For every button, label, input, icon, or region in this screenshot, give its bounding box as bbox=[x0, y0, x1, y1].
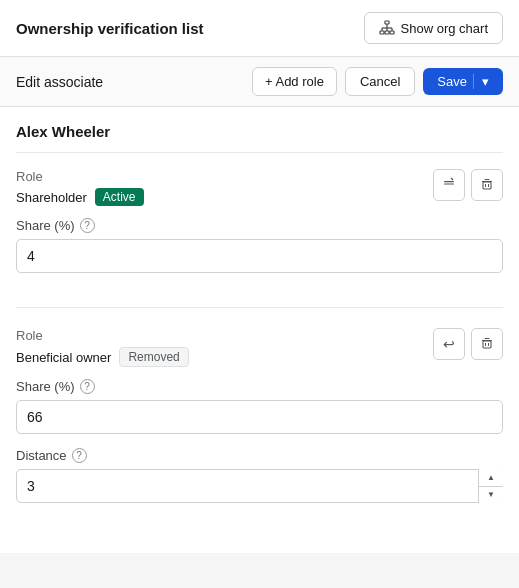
delete-icon-2 bbox=[480, 336, 494, 353]
org-chart-label: Show org chart bbox=[401, 21, 488, 36]
role-header-2: Role Beneficial owner Removed ↩ bbox=[16, 328, 503, 367]
save-button[interactable]: Save ▾ bbox=[423, 68, 503, 95]
svg-rect-13 bbox=[485, 179, 490, 180]
role-info-2: Role Beneficial owner Removed bbox=[16, 328, 189, 367]
cancel-button[interactable]: Cancel bbox=[345, 67, 415, 96]
svg-rect-19 bbox=[483, 341, 491, 348]
distance-field: Distance ? ▲ ▼ bbox=[16, 448, 503, 503]
svg-rect-1 bbox=[380, 31, 384, 34]
toolbar: Edit associate + Add role Cancel Save ▾ bbox=[0, 57, 519, 107]
delete-icon-1 bbox=[480, 177, 494, 194]
clear-icon bbox=[442, 177, 456, 194]
page-header: Ownership verification list Show org cha… bbox=[0, 0, 519, 57]
page-title: Ownership verification list bbox=[16, 20, 204, 37]
svg-rect-14 bbox=[483, 182, 491, 189]
role-section-1: Role Shareholder Active bbox=[16, 169, 503, 308]
role-section-2: Role Beneficial owner Removed ↩ bbox=[16, 328, 503, 537]
share-field-2: Share (%) ? bbox=[16, 379, 503, 434]
role-actions-1 bbox=[433, 169, 503, 201]
toolbar-label: Edit associate bbox=[16, 74, 103, 90]
org-chart-icon bbox=[379, 20, 395, 36]
role-type-2: Beneficial owner bbox=[16, 350, 111, 365]
role-label-1: Role bbox=[16, 169, 144, 184]
spinner-buttons: ▲ ▼ bbox=[478, 469, 503, 503]
svg-rect-3 bbox=[390, 31, 394, 34]
clear-role-button-1[interactable] bbox=[433, 169, 465, 201]
undo-role-button-2[interactable]: ↩ bbox=[433, 328, 465, 360]
role-info-1: Role Shareholder Active bbox=[16, 169, 144, 206]
distance-help-icon[interactable]: ? bbox=[72, 448, 87, 463]
distance-label: Distance ? bbox=[16, 448, 503, 463]
save-chevron-icon: ▾ bbox=[473, 74, 489, 89]
undo-icon: ↩ bbox=[443, 336, 455, 352]
content-area: Alex Wheeler Role Shareholder Active bbox=[0, 107, 519, 553]
role-row-1: Shareholder Active bbox=[16, 188, 144, 206]
share-field-1: Share (%) ? bbox=[16, 218, 503, 273]
role-label-2: Role bbox=[16, 328, 189, 343]
role-header-1: Role Shareholder Active bbox=[16, 169, 503, 206]
svg-rect-10 bbox=[444, 183, 454, 184]
status-badge-active: Active bbox=[95, 188, 144, 206]
svg-rect-9 bbox=[444, 181, 454, 182]
delete-role-button-1[interactable] bbox=[471, 169, 503, 201]
share-label-1: Share (%) ? bbox=[16, 218, 503, 233]
spinner-up-button[interactable]: ▲ bbox=[479, 469, 503, 487]
role-actions-2: ↩ bbox=[433, 328, 503, 360]
associate-name: Alex Wheeler bbox=[16, 123, 503, 153]
svg-rect-0 bbox=[385, 21, 389, 24]
toolbar-actions: + Add role Cancel Save ▾ bbox=[252, 67, 503, 96]
share-label-2: Share (%) ? bbox=[16, 379, 503, 394]
distance-input-wrap: ▲ ▼ bbox=[16, 469, 503, 503]
spinner-down-button[interactable]: ▼ bbox=[479, 487, 503, 504]
svg-rect-2 bbox=[385, 31, 389, 34]
status-badge-removed: Removed bbox=[119, 347, 188, 367]
show-org-chart-button[interactable]: Show org chart bbox=[364, 12, 503, 44]
save-label: Save bbox=[437, 74, 467, 89]
share-help-icon-1[interactable]: ? bbox=[80, 218, 95, 233]
share-input-1[interactable] bbox=[16, 239, 503, 273]
svg-line-11 bbox=[451, 178, 453, 180]
distance-input[interactable] bbox=[16, 469, 503, 503]
svg-rect-18 bbox=[485, 338, 490, 339]
share-input-2[interactable] bbox=[16, 400, 503, 434]
role-row-2: Beneficial owner Removed bbox=[16, 347, 189, 367]
add-role-button[interactable]: + Add role bbox=[252, 67, 337, 96]
share-help-icon-2[interactable]: ? bbox=[80, 379, 95, 394]
role-type-1: Shareholder bbox=[16, 190, 87, 205]
delete-role-button-2[interactable] bbox=[471, 328, 503, 360]
